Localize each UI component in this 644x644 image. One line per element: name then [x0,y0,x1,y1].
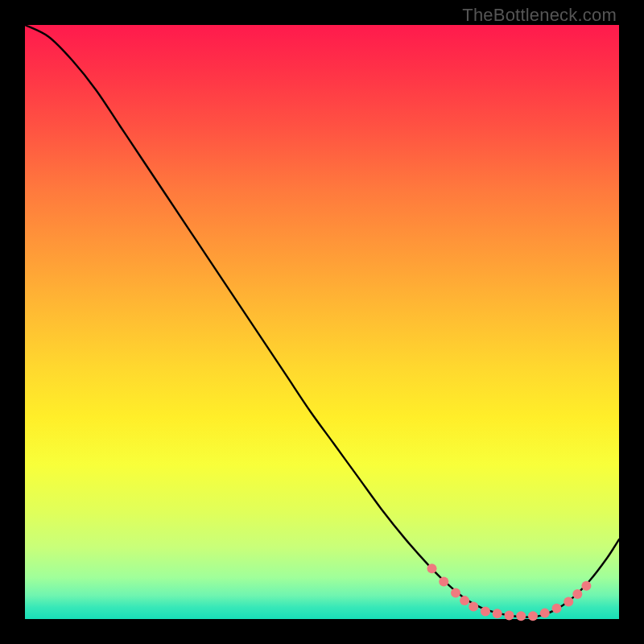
curve-marker [451,588,460,598]
curve-marker [581,581,591,591]
curve-marker [552,604,562,613]
curve-marker [572,589,582,599]
curve-marker [564,597,573,607]
plot-area [25,25,619,619]
curve-markers [427,564,592,621]
curve-marker [504,611,514,621]
curve-marker [481,606,490,616]
curve-marker [516,611,526,621]
chart-frame: TheBottleneck.com [0,0,644,644]
watermark-label: TheBottleneck.com [462,5,617,26]
curve-line [25,25,619,617]
curve-marker [427,564,437,573]
curve-marker [469,602,478,612]
curve-marker [460,596,469,605]
curve-marker [493,609,502,618]
curve-marker [528,611,538,621]
chart-svg [25,25,619,619]
curve-marker [439,577,448,587]
curve-marker [540,609,550,618]
